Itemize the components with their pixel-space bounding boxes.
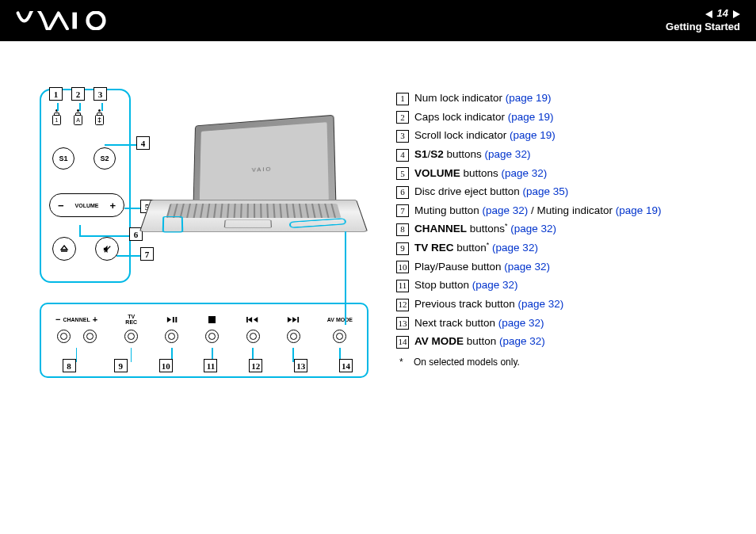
page-link[interactable]: (page 32) [485,148,531,160]
legend-text: Stop button (page 32) [414,276,518,295]
legend-text: Previous track button (page 32) [414,295,563,314]
volume-buttons[interactable]: − VOLUME + [49,193,124,217]
play-pause-icon [166,314,178,325]
legend-number: 5 [396,167,409,180]
legend-item: 4S1/S2 buttons (page 32) [396,145,661,164]
legend-text: AV MODE button (page 32) [414,332,545,351]
legend-text: Next track button (page 32) [414,314,544,333]
next-page-icon[interactable] [733,10,740,18]
tv-rec-button[interactable]: TVREC [124,314,138,362]
callout-9: 9 [114,359,128,372]
legend-text: Muting button (page 32) / Muting indicat… [414,201,661,220]
svg-rect-7 [297,316,299,322]
legend-item: 8CHANNEL buttons* (page 32) [396,219,661,238]
page-link[interactable]: (page 32) [510,223,556,235]
legend-text: Caps lock indicator (page 19) [414,108,554,127]
legend-item: 2Caps lock indicator (page 19) [396,108,661,127]
page-link[interactable]: (page 32) [483,204,529,216]
callout-8: 8 [63,359,76,372]
legend-item: 10Play/Pause button (page 32) [396,257,661,277]
minus-icon: − [58,200,64,212]
s1-button[interactable]: S1 [52,147,74,170]
legend-number: 1 [396,93,409,105]
legend-text: TV REC button* (page 32) [414,238,538,257]
page-link[interactable]: (page 32) [504,261,550,273]
svg-rect-3 [173,317,174,322]
prev-track-button[interactable] [246,314,260,362]
legend-number: 10 [396,261,409,273]
footnote: *On selected models only. [396,354,661,371]
callout-3: 3 [94,87,107,101]
page-link[interactable]: (page 35) [523,185,569,197]
callout-13: 13 [294,359,307,372]
legend-item: 1Num lock indicator (page 19) [396,89,661,108]
svg-rect-4 [175,317,177,322]
scroll-lock-indicator [95,109,104,125]
page-link[interactable]: (page 32) [518,298,564,310]
stop-icon [208,314,216,325]
callout-11: 11 [204,359,217,372]
page-link[interactable]: (page 19) [506,92,552,104]
legend-text: Scroll lock indicator (page 19) [414,126,556,145]
mute-icon [102,244,113,254]
prev-track-icon [246,314,259,325]
stop-button[interactable] [205,314,219,362]
legend-number: 12 [396,299,409,311]
page-link[interactable]: (page 32) [499,335,545,347]
legend-number: 14 [396,336,409,349]
legend-item: 14AV MODE button (page 32) [396,332,661,351]
legend-number: 6 [396,186,409,199]
legend-item: 12Previous track button (page 32) [396,295,661,314]
legend-item: 6Disc drive eject button (page 35) [396,182,661,201]
legend-item: 7Muting button (page 32) / Muting indica… [396,201,661,220]
callout-4: 4 [136,136,150,150]
page-link[interactable]: (page 19) [510,129,556,141]
page-number: 14 [717,7,728,21]
page-link[interactable]: (page 19) [508,111,554,123]
lock-icon: A [74,115,82,125]
num-lock-indicator: 1 [52,109,61,125]
media-control-panel: −CHANNEL+ TVREC [40,303,368,378]
legend-number: 4 [396,149,409,162]
legend-number: 9 [396,242,409,255]
legend-item: 13Next track button (page 32) [396,314,661,333]
s2-button[interactable]: S2 [94,147,116,170]
callout-10: 10 [159,359,173,372]
legend-number: 2 [396,111,409,124]
legend-text: VOLUME buttons (page 32) [414,164,547,183]
channel-buttons[interactable]: −CHANNEL+ [55,314,97,362]
legend-number: 3 [396,130,409,143]
legend-item: 9TV REC button* (page 32) [396,238,661,257]
next-track-button[interactable] [287,314,300,362]
legend-list: 1Num lock indicator (page 19)2Caps lock … [396,89,661,390]
prev-page-icon[interactable] [705,10,712,18]
page-link[interactable]: (page 32) [492,242,538,254]
side-control-panel: 1 A S1 S2 [40,89,131,283]
svg-rect-0 [72,13,77,29]
legend-number: 8 [396,223,409,236]
legend-text: Play/Pause button (page 32) [414,257,550,277]
svg-point-1 [88,13,105,29]
av-mode-button[interactable]: AV MODE [327,314,353,362]
page-navigation: 14 [666,7,740,21]
legend-number: 13 [396,317,409,330]
eject-button[interactable] [52,237,76,261]
keyboard-highlight-left [162,216,184,233]
page-link[interactable]: (page 32) [472,279,518,291]
legend-number: 11 [396,280,409,292]
page-link[interactable]: (page 32) [498,317,544,329]
page-header: 14 Getting Started [0,0,756,41]
play-pause-button[interactable] [165,314,178,362]
section-title: Getting Started [666,21,740,34]
next-track-icon [287,314,300,325]
legend-text: Num lock indicator (page 19) [414,89,552,108]
svg-rect-5 [208,316,216,323]
page-link[interactable]: (page 19) [616,204,662,216]
legend-text: CHANNEL buttons* (page 32) [414,219,556,238]
page-link[interactable]: (page 32) [502,167,548,179]
mute-button[interactable] [95,237,119,261]
diagram-area: 1 A S1 S2 [40,89,372,390]
svg-rect-6 [246,316,248,322]
legend-text: S1/S2 buttons (page 32) [414,145,530,164]
vaio-logo [16,11,119,30]
